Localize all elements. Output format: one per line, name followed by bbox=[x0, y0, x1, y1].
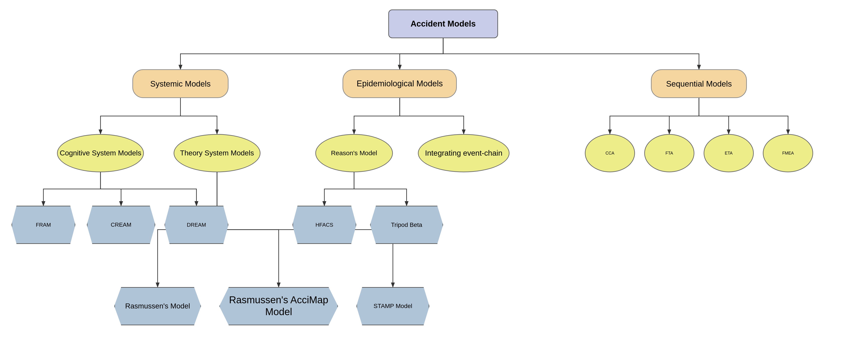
node-reasons: Reason's Model bbox=[315, 134, 393, 172]
node-eta-label: ETA bbox=[725, 151, 733, 156]
node-dream: DREAM bbox=[164, 206, 228, 244]
node-stamp-label: STAMP Model bbox=[374, 302, 412, 310]
node-cream: CREAM bbox=[87, 206, 155, 244]
node-cca-label: CCA bbox=[606, 151, 614, 156]
node-fram-label: FRAM bbox=[36, 222, 51, 228]
node-root: Accident Models bbox=[388, 9, 498, 38]
node-fmea-label: FMEA bbox=[782, 151, 794, 156]
node-rasmussen-label: Rasmussen's Model bbox=[125, 302, 190, 311]
node-cca: CCA bbox=[585, 134, 635, 172]
node-epidemiological: Epidemiological Models bbox=[343, 69, 457, 98]
node-eta: ETA bbox=[704, 134, 754, 172]
node-stamp: STAMP Model bbox=[356, 287, 429, 325]
node-systemic: Systemic Models bbox=[132, 69, 228, 98]
node-cognitive-label: Cognitive System Models bbox=[60, 149, 141, 157]
node-theory: Theory System Models bbox=[174, 134, 260, 172]
node-tripod: Tripod Beta bbox=[370, 206, 443, 244]
node-hfacs: HFACS bbox=[292, 206, 356, 244]
node-epidemiological-label: Epidemiological Models bbox=[356, 79, 443, 89]
node-theory-label: Theory System Models bbox=[180, 149, 254, 157]
node-fta: FTA bbox=[644, 134, 694, 172]
node-fta-label: FTA bbox=[665, 151, 673, 156]
node-sequential: Sequential Models bbox=[651, 69, 747, 98]
node-hfacs-label: HFACS bbox=[315, 222, 333, 228]
node-cognitive: Cognitive System Models bbox=[57, 134, 144, 172]
node-cream-label: CREAM bbox=[111, 222, 131, 228]
node-fram: FRAM bbox=[11, 206, 75, 244]
node-tripod-label: Tripod Beta bbox=[391, 221, 422, 229]
diagram: Accident ModelsSystemic ModelsEpidemiolo… bbox=[0, 0, 868, 354]
node-root-label: Accident Models bbox=[410, 19, 476, 29]
node-integrating-label: Integrating event-chain bbox=[425, 149, 503, 158]
node-reasons-label: Reason's Model bbox=[331, 149, 377, 157]
node-accimap: Rasmussen's AcciMap Model bbox=[219, 287, 338, 325]
node-dream-label: DREAM bbox=[187, 222, 206, 228]
node-systemic-label: Systemic Models bbox=[150, 79, 211, 89]
node-integrating: Integrating event-chain bbox=[418, 134, 509, 172]
node-sequential-label: Sequential Models bbox=[666, 79, 732, 89]
node-accimap-label: Rasmussen's AcciMap Model bbox=[220, 294, 337, 318]
node-fmea: FMEA bbox=[763, 134, 813, 172]
node-rasmussen: Rasmussen's Model bbox=[114, 287, 201, 325]
